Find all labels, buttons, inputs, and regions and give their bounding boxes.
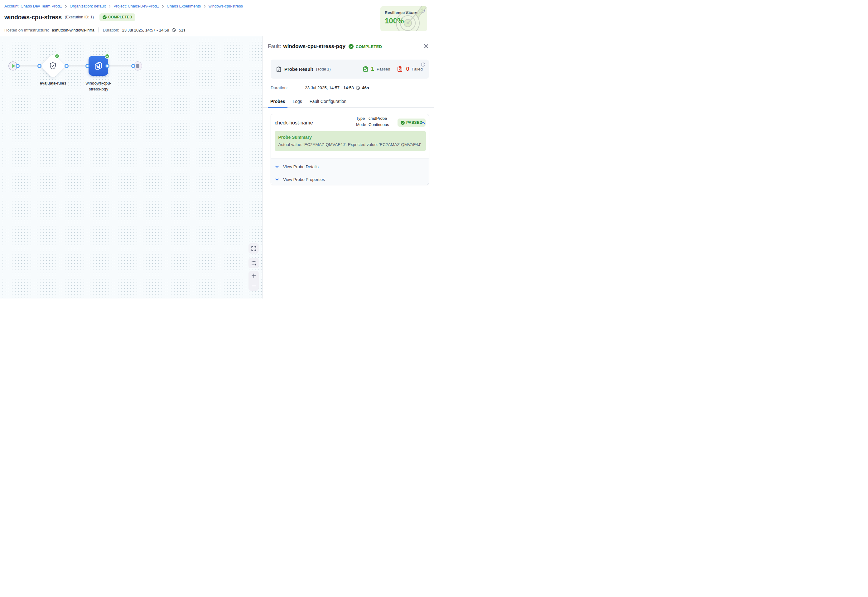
page-header: Account: Chaos Dev Team Prod1 Organizati… xyxy=(0,0,434,36)
execution-id: (Execution ID: 1) xyxy=(65,15,94,19)
fault-duration-row: Duration: 23 Jul 2025, 14:57 - 14:58 46s xyxy=(271,85,369,90)
chevron-down-icon xyxy=(275,165,279,169)
fullscreen-icon xyxy=(251,246,256,251)
infrastructure-name: ashutosh-windows-infra xyxy=(52,28,95,33)
check-circle-icon xyxy=(102,15,107,19)
close-panel-button[interactable] xyxy=(423,43,429,49)
probe-result-total: (Total 1) xyxy=(316,67,331,71)
chevron-right-icon xyxy=(108,5,111,8)
probe-result-card: Probe Result (Total 1) 1 Passed 0 Failed xyxy=(271,59,429,79)
experiment-status-label: COMPLETED xyxy=(108,15,132,19)
marquee-select-icon xyxy=(251,261,256,266)
breadcrumb-chaos-experiments[interactable]: Chaos Experiments xyxy=(167,4,201,9)
view-probe-details-toggle[interactable]: View Probe Details xyxy=(275,164,318,169)
probe-status-label: PASSED xyxy=(406,120,422,125)
chevron-down-icon xyxy=(275,177,279,181)
experiment-status-badge: COMPLETED xyxy=(99,13,135,21)
chevron-right-icon xyxy=(161,5,164,8)
duration-value: 23 Jul 2025, 14:57 - 14:58 xyxy=(305,85,354,90)
view-probe-details-label: View Probe Details xyxy=(283,164,318,169)
resilience-score-card: Resilience Score 100% xyxy=(381,6,427,31)
probe-result-left: Probe Result (Total 1) xyxy=(276,59,331,79)
app-window: Account: Chaos Dev Team Prod1 Organizati… xyxy=(0,0,434,298)
breadcrumb-project[interactable]: Project: Chaos-Dev-Prod1 xyxy=(114,4,159,9)
probe-type-label: Type xyxy=(356,116,369,121)
edge-fault-to-end xyxy=(107,65,133,67)
check-circle-icon xyxy=(348,44,354,49)
probe-result-title: Probe Result xyxy=(284,67,313,72)
duration-seconds: 51s xyxy=(179,28,185,33)
info-icon[interactable] xyxy=(421,62,425,68)
shield-check-icon xyxy=(49,62,57,71)
fault-header: Fault: windows-cpu-stress-pqy COMPLETED xyxy=(268,43,429,50)
tab-fault-configuration[interactable]: Fault Configuration xyxy=(307,95,349,107)
port xyxy=(131,64,135,68)
chevron-up-icon[interactable] xyxy=(421,121,425,125)
stop-icon xyxy=(136,64,139,68)
check-circle-icon xyxy=(401,121,405,125)
breadcrumb-current[interactable]: windows-cpu-stress xyxy=(209,4,243,9)
port xyxy=(16,64,20,68)
probe-summary-box: Probe Summary Actual value: 'EC2AMAZ-QMV… xyxy=(275,131,426,151)
page-title: windows-cpu-stress xyxy=(4,14,62,21)
title-row: windows-cpu-stress (Execution ID: 1) COM… xyxy=(4,13,135,21)
probe-summary-title: Probe Summary xyxy=(278,135,312,140)
marquee-select-button[interactable] xyxy=(249,258,259,268)
duration-seconds: 46s xyxy=(362,85,369,90)
probe-type-value: cmdProbe xyxy=(369,116,389,121)
probe-mode-value: Continuous xyxy=(369,122,389,127)
failed-count: 0 xyxy=(406,66,409,72)
fault-label: Fault: xyxy=(268,43,281,50)
subtitle-row: Hosted on Infrastructure: ashutosh-windo… xyxy=(4,27,185,33)
tab-probes[interactable]: Probes xyxy=(268,95,287,107)
pipeline-canvas[interactable]: evaluate-rules windows-cpu-stress-pqy xyxy=(0,36,262,298)
breadcrumb-organization[interactable]: Organization: default xyxy=(70,4,106,9)
probe-summary-text: Actual value: 'EC2AMAZ-QMVAF4J'. Expecte… xyxy=(278,142,421,147)
fault-name: windows-cpu-stress-pqy xyxy=(283,43,345,50)
edge-start-to-evaluate xyxy=(18,65,40,67)
edge-evaluate-to-fault xyxy=(67,65,87,67)
hosted-label: Hosted on Infrastructure: xyxy=(4,28,49,33)
success-check-badge xyxy=(105,53,110,59)
view-probe-properties-label: View Probe Properties xyxy=(283,177,325,182)
view-probe-properties-toggle[interactable]: View Probe Properties xyxy=(275,177,325,182)
chevron-right-icon xyxy=(203,5,206,8)
probe-mode-label: Mode xyxy=(356,122,369,127)
node-label-fault: windows-cpu-stress-pqy xyxy=(82,80,116,92)
clock-icon xyxy=(356,86,360,90)
probe-result-counts: 1 Passed 0 Failed xyxy=(363,59,427,79)
success-check-badge xyxy=(55,53,59,59)
breadcrumb: Account: Chaos Dev Team Prod1 Organizati… xyxy=(4,4,243,9)
probe-card-footer: View Probe Details View Probe Properties xyxy=(271,159,429,185)
duration-label: Duration: xyxy=(103,28,119,33)
tab-logs[interactable]: Logs xyxy=(290,95,304,107)
probe-name: check-host-name xyxy=(275,120,313,126)
probe-type-mode: Type cmdProbe Mode Continuous xyxy=(356,116,389,127)
fault-steps-icon xyxy=(94,61,103,70)
duration-value: 23 Jul 2025, 14:57 - 14:58 xyxy=(122,28,169,33)
passed-label: Passed xyxy=(377,67,390,71)
node-label-evaluate-rules: evaluate-rules xyxy=(28,80,78,86)
port xyxy=(105,64,110,68)
duration-label: Duration: xyxy=(271,85,305,90)
fullscreen-button[interactable] xyxy=(249,243,259,254)
target-arrow-illustration xyxy=(395,6,427,31)
chevron-right-icon xyxy=(65,5,67,8)
panel-tabs: Probes Logs Fault Configuration xyxy=(262,95,434,108)
clipboard-check-icon xyxy=(363,66,369,72)
clipboard-x-icon xyxy=(397,66,403,72)
port xyxy=(86,64,89,68)
probe-card: check-host-name Type cmdProbe Mode Conti… xyxy=(271,114,429,185)
play-icon xyxy=(12,64,15,68)
port xyxy=(65,64,68,68)
port xyxy=(37,64,41,68)
zoom-out-button[interactable] xyxy=(251,284,256,288)
zoom-controls xyxy=(249,271,259,291)
zoom-in-button[interactable] xyxy=(251,273,256,278)
passed-count: 1 xyxy=(371,66,374,72)
fault-detail-panel: Fault: windows-cpu-stress-pqy COMPLETED … xyxy=(262,36,434,298)
clock-icon xyxy=(172,28,176,32)
clipboard-list-icon xyxy=(276,67,281,72)
breadcrumb-account[interactable]: Account: Chaos Dev Team Prod1 xyxy=(4,4,62,9)
fault-status: COMPLETED xyxy=(356,44,382,49)
